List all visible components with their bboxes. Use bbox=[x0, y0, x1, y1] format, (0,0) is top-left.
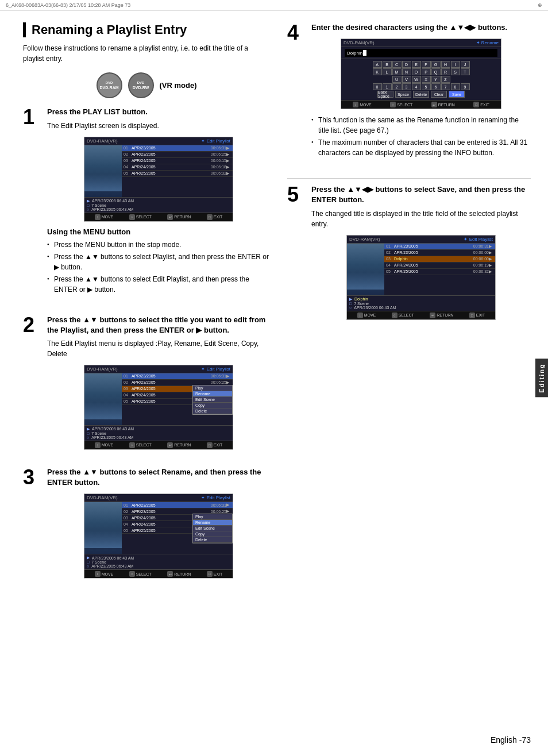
list-item-dolphin: 03 Dolphin 00:06:00 ▶ bbox=[384, 256, 495, 263]
list-item: 01 APR/23/2005 00:06:31 ▶ bbox=[122, 145, 233, 152]
bullet-item: Press the MENU button in the stop mode. bbox=[47, 240, 270, 250]
key-delete[interactable]: Delete bbox=[413, 91, 429, 98]
key-3[interactable]: 3 bbox=[402, 83, 411, 90]
section-title: Renaming a Playlist Entry bbox=[23, 22, 270, 37]
menu-bullets: Press the MENU button in the stop mode. … bbox=[47, 240, 270, 295]
key-8[interactable]: 8 bbox=[451, 83, 460, 90]
note-item: The maximum number of characters that ca… bbox=[311, 137, 531, 158]
key-s[interactable]: S bbox=[451, 68, 460, 75]
key-m[interactable]: M bbox=[392, 68, 402, 75]
key-c[interactable]: C bbox=[392, 61, 402, 68]
context-item-play: Play bbox=[193, 385, 232, 391]
list-item: 01 APR/23/2005 00:06:31 ▶ bbox=[122, 502, 233, 508]
bullet-item: Press the ▲▼ buttons to select Playlist,… bbox=[47, 252, 270, 272]
step-3: 3 Press the ▲▼ buttons to select Rename,… bbox=[23, 467, 270, 584]
key-t[interactable]: T bbox=[461, 68, 470, 75]
menu-section: Using the MENU button Press the MENU but… bbox=[47, 227, 270, 295]
left-column: Renaming a Playlist Entry Follow these i… bbox=[23, 22, 270, 596]
key-v[interactable]: V bbox=[402, 76, 411, 83]
key-k[interactable]: K bbox=[373, 68, 382, 75]
list-item: 02 APR/23/2005 00:06:00 ▶ bbox=[384, 250, 495, 256]
mode-icons: DVD DVD-RAM DVD DVD-RW (VR mode) bbox=[23, 72, 270, 98]
key-7[interactable]: 7 bbox=[441, 83, 450, 90]
step-1: 1 Press the PLAY LIST button. The Edit P… bbox=[23, 107, 270, 303]
right-column: 4 Enter the desired characters using the… bbox=[287, 22, 531, 596]
key-save[interactable]: Save bbox=[449, 91, 465, 98]
key-clear[interactable]: Clear bbox=[431, 91, 447, 98]
key-h[interactable]: H bbox=[441, 61, 450, 68]
file-info: 6_AK68-00683A-03(66-83) 2/17/05 10:28 AM… bbox=[0, 0, 548, 11]
list-item: 01 APR/23/2005 00:06:31 ▶ bbox=[384, 244, 495, 250]
page-footer: English -73 bbox=[491, 735, 531, 745]
dvd-screen-3: DVD-RAM(VR) ✦ Edit Playlist 01 APR/23/20… bbox=[84, 493, 233, 578]
key-g[interactable]: G bbox=[431, 61, 441, 68]
key-j[interactable]: J bbox=[461, 61, 470, 68]
list-item: 01 APR/23/2005 00:06:31 ▶ bbox=[122, 373, 233, 380]
key-1[interactable]: 1 bbox=[383, 83, 392, 90]
key-y[interactable]: Y bbox=[431, 76, 441, 83]
dvd-thumbnail bbox=[84, 502, 122, 554]
key-b[interactable]: B bbox=[383, 61, 392, 68]
dvd-thumbnail bbox=[347, 244, 384, 295]
separator bbox=[287, 178, 531, 179]
list-item: 05 APR/25/2005 00:06:32 ▶ bbox=[122, 171, 233, 177]
list-item: 04 APR/24/2005 00:06:18 ▶ bbox=[122, 164, 233, 171]
dvd-screen-2: DVD-RAM(VR) ✦ Edit Playlist 01 APR/23/20… bbox=[84, 365, 233, 450]
key-backspace[interactable]: Back Space bbox=[377, 91, 393, 98]
key-4[interactable]: 4 bbox=[412, 83, 421, 90]
key-w[interactable]: W bbox=[412, 76, 421, 83]
context-item-edit-scene: Edit Scene bbox=[193, 397, 232, 403]
key-z[interactable]: Z bbox=[441, 76, 450, 83]
list-item: 04 APR/24/2005 00:06:19 ▶ bbox=[384, 263, 495, 269]
page-number: English -73 bbox=[491, 735, 531, 745]
key-2[interactable]: 2 bbox=[392, 83, 402, 90]
dvd-screen-5: DVD-RAM(VR) ✦ Edit Playlist 01 APR/23/20… bbox=[311, 235, 531, 320]
dvd-rw-icon: DVD DVD-RW bbox=[128, 72, 154, 98]
key-q[interactable]: Q bbox=[431, 68, 441, 75]
step-5: 5 Press the ▲▼◀▶ buttons to select Save,… bbox=[287, 184, 531, 325]
list-item: 03 APR/24/2005 00:06:15 ▶ bbox=[122, 158, 233, 164]
key-f[interactable]: F bbox=[422, 61, 431, 68]
context-item-rename: Rename bbox=[193, 391, 232, 397]
context-menu-step3: Play Rename Edit Scene Copy Delete bbox=[192, 514, 233, 543]
context-item-delete: Delete bbox=[193, 408, 232, 414]
note-item: This function is the same as the Rename … bbox=[311, 115, 531, 136]
dvd-thumbnail bbox=[84, 373, 122, 425]
dvd-list: 01 APR/23/2005 00:06:31 ▶ 02 APR/23/2005… bbox=[122, 145, 233, 197]
key-9[interactable]: 9 bbox=[461, 83, 470, 90]
key-d[interactable]: D bbox=[402, 61, 411, 68]
notes-section: This function is the same as the Rename … bbox=[311, 115, 531, 158]
key-0[interactable]: 0 bbox=[373, 83, 382, 90]
key-r[interactable]: R bbox=[441, 68, 450, 75]
rename-screen: DVD-RAM(VR) ✦ Rename Dolphin bbox=[311, 38, 531, 109]
context-menu: Play Rename Edit Scene Copy Delete bbox=[192, 385, 233, 415]
key-e[interactable]: E bbox=[412, 61, 421, 68]
section-intro: Follow these instructions to rename a pl… bbox=[23, 43, 270, 64]
step-2: 2 Press the ▲▼ buttons to select the tit… bbox=[23, 315, 270, 456]
dvd-list-final: 01 APR/23/2005 00:06:31 ▶ 02 APR/23/2005… bbox=[384, 244, 495, 295]
key-n[interactable]: N bbox=[402, 68, 411, 75]
key-x[interactable]: X bbox=[422, 76, 431, 83]
dvd-ram-icon: DVD DVD-RAM bbox=[97, 72, 122, 98]
step-4: 4 Enter the desired characters using the… bbox=[287, 22, 531, 167]
key-5[interactable]: 5 bbox=[422, 83, 431, 90]
key-o[interactable]: O bbox=[412, 68, 421, 75]
key-u[interactable]: U bbox=[392, 76, 402, 83]
dvd-thumbnail bbox=[84, 145, 122, 197]
dvd-screen-1: DVD-RAM(VR) ✦ Edit Playlist 01 APR/23/20… bbox=[84, 137, 233, 222]
context-item-copy: Copy bbox=[193, 403, 232, 408]
bullet-item: Press the ▲▼ buttons to select Edit Play… bbox=[47, 274, 270, 295]
key-space[interactable]: Space bbox=[395, 91, 411, 98]
key-a[interactable]: A bbox=[373, 61, 382, 68]
list-item: 02 APR/23/2005 00:06:25 ▶ bbox=[122, 152, 233, 158]
editing-sidebar: Editing bbox=[535, 358, 548, 397]
key-l[interactable]: L bbox=[383, 68, 392, 75]
list-item: 05 APR/25/2005 00:06:32 ▶ bbox=[384, 269, 495, 275]
key-i[interactable]: I bbox=[451, 61, 460, 68]
key-6[interactable]: 6 bbox=[431, 83, 441, 90]
key-p[interactable]: P bbox=[422, 68, 431, 75]
